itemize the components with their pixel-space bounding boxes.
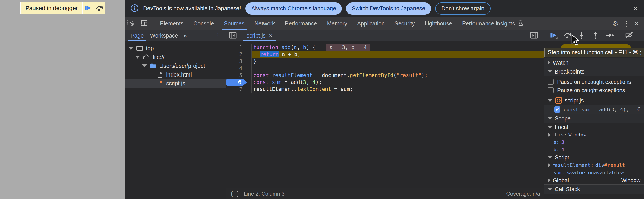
scope-section-local[interactable]: Local [544, 123, 644, 131]
tab-workspace[interactable]: Workspace [147, 30, 181, 41]
infobar-button-don-t-show-again[interactable]: Don't show again [435, 3, 491, 15]
tree-item-index-html[interactable]: index.html [125, 70, 226, 79]
tree-item-script-js[interactable]: script.js [125, 79, 226, 88]
code-line-1[interactable]: 1function add(a, b) {a = 3, b = 4 [226, 44, 544, 51]
code-token: ) { [306, 44, 316, 50]
code-line-6[interactable]: 6const sum = add(3, 4); [226, 79, 544, 86]
tab-lighthouse[interactable]: Lighthouse [420, 17, 457, 30]
device-toolbar-button[interactable] [137, 17, 150, 30]
scope-var-sum[interactable]: sum:<value unavailable> [544, 169, 644, 176]
tab-console[interactable]: Console [188, 17, 219, 30]
infobar-button-always-match-chrome-s-language[interactable]: Always match Chrome's language [246, 3, 342, 15]
expanded-arrow-icon[interactable] [142, 64, 147, 67]
navigator-menu-button[interactable]: ⋮ [213, 32, 224, 39]
tree-item-label: top [146, 45, 154, 52]
step-into-button[interactable] [575, 30, 588, 41]
code-line-5[interactable]: 5const resultElement = document.getEleme… [226, 72, 544, 79]
expanded-arrow-icon[interactable] [135, 56, 140, 59]
tab-memory[interactable]: Memory [322, 17, 352, 30]
navigator-sidebar: Page Workspace » ⋮ topfile://Users/user/… [125, 30, 226, 199]
section-breakpoints[interactable]: Breakpoints [544, 67, 644, 76]
gutter-line-6[interactable]: 6 [226, 79, 252, 86]
tab-label: Security [394, 20, 415, 27]
resume-button[interactable] [547, 30, 560, 41]
code-token: const [253, 79, 269, 85]
breakpoint-badge[interactable]: 6 [226, 79, 247, 86]
code-editor[interactable]: 1function add(a, b) {a = 3, b = 42 retur… [226, 41, 544, 188]
settings-gear-button[interactable]: ⚙ [610, 17, 621, 30]
toggle-debugger-sidebar-button[interactable] [528, 30, 541, 41]
close-devtools-button[interactable]: × [632, 17, 641, 30]
code-token: return [260, 51, 279, 57]
step-over-button[interactable] [561, 30, 574, 41]
code-line-7[interactable]: 7resultElement.textContent = sum; [226, 86, 544, 93]
tab-performance-insights[interactable]: Performance insights [457, 17, 529, 30]
step-over-icon [95, 4, 104, 13]
property-name: this [552, 132, 564, 137]
scope-var-this[interactable]: this:Window [544, 131, 644, 138]
infobar-button-switch-devtools-to-japanese[interactable]: Switch DevTools to Japanese [346, 3, 431, 15]
scope-section-global[interactable]: GlobalWindow [544, 176, 644, 184]
inspect-element-button[interactable] [125, 17, 137, 30]
pretty-print-icon[interactable]: { } [230, 191, 240, 197]
infobar-close-button[interactable]: × [633, 5, 638, 13]
toggle-pause-on-caught-exceptions[interactable]: Pause on caught exceptions [544, 86, 644, 94]
breakpoint-checkbox[interactable] [554, 106, 560, 113]
toggle-pause-on-uncaught-exceptions[interactable]: Pause on uncaught exceptions [544, 78, 644, 86]
expanded-arrow-icon[interactable] [128, 47, 133, 50]
gutter-line-3[interactable]: 3 [226, 58, 252, 65]
gutter-line-7[interactable]: 7 [226, 86, 252, 93]
gutter-line-4[interactable]: 4 [226, 65, 252, 72]
editor-tab-scriptjs[interactable]: script.js × [242, 30, 276, 41]
main-tabbar-tabs: ElementsConsoleSourcesNetworkPerformance… [155, 17, 529, 30]
tab-page[interactable]: Page [128, 30, 147, 41]
scope-var-a[interactable]: a:3 [544, 138, 644, 146]
code-line-2[interactable]: 2 return a + b; [226, 51, 544, 58]
section-watch[interactable]: Watch [544, 58, 644, 67]
checkbox[interactable] [548, 79, 554, 85]
property-value: #result [604, 162, 625, 168]
divider [608, 20, 608, 28]
code-token: , [306, 79, 312, 85]
step-out-button[interactable] [589, 30, 602, 41]
tab-sources[interactable]: Sources [219, 17, 250, 30]
gutter-line-2[interactable]: 2 [226, 51, 252, 58]
tree-item-top[interactable]: top [125, 44, 226, 53]
paused-in-debugger-banner: Paused in debugger [20, 2, 105, 15]
deactivate-breakpoints-button[interactable] [622, 30, 636, 41]
gutter-line-5[interactable]: 5 [226, 72, 252, 79]
tree-item-file-[interactable]: file:// [125, 53, 226, 62]
checkbox[interactable] [548, 87, 554, 93]
scope-section-script[interactable]: Script [544, 153, 644, 161]
tree-item-users-user-project[interactable]: Users/user/project [125, 62, 226, 70]
step-out-icon [591, 31, 600, 40]
scope-var-resultelement[interactable]: resultElement:div#result [544, 161, 644, 169]
expanded-arrow-icon [548, 188, 552, 190]
close-tab-icon[interactable]: × [269, 32, 272, 39]
toggle-navigator-button[interactable] [226, 30, 240, 41]
section-call-stack[interactable]: Call Stack [544, 184, 644, 193]
step-into-tooltip: Step into next function call - F11 - ⌘ ; [544, 48, 644, 57]
code-line-4[interactable]: 4 [226, 65, 544, 72]
scope-var-b[interactable]: b:4 [544, 146, 644, 153]
more-options-button[interactable]: ⋮ [621, 17, 632, 30]
tab-application[interactable]: Application [352, 17, 390, 30]
breakpoint-entry[interactable]: const sum = add(3, 4);6 [544, 105, 644, 114]
tab-elements[interactable]: Elements [155, 17, 188, 30]
section-scope[interactable]: Scope [544, 114, 644, 123]
step-over-button-banner[interactable] [94, 3, 105, 14]
coverage-status: Coverage: n/a [506, 191, 540, 197]
breakpoint-group-label: script.js [565, 97, 584, 104]
tab-performance[interactable]: Performance [280, 17, 322, 30]
breakpoint-group-scriptjs[interactable]: script.js [544, 96, 644, 105]
tab-network[interactable]: Network [250, 17, 280, 30]
resume-script-button[interactable] [83, 3, 94, 14]
tab-security[interactable]: Security [390, 17, 420, 30]
more-tabs-button[interactable]: » [181, 32, 189, 39]
tree-item-label: index.html [166, 71, 192, 78]
step-button[interactable] [603, 30, 616, 41]
code-line-3[interactable]: 3} [226, 58, 544, 65]
tree-item-label: Users/user/project [159, 63, 205, 69]
toggle-label: Pause on caught exceptions [557, 87, 625, 93]
gutter-line-1[interactable]: 1 [226, 44, 252, 51]
